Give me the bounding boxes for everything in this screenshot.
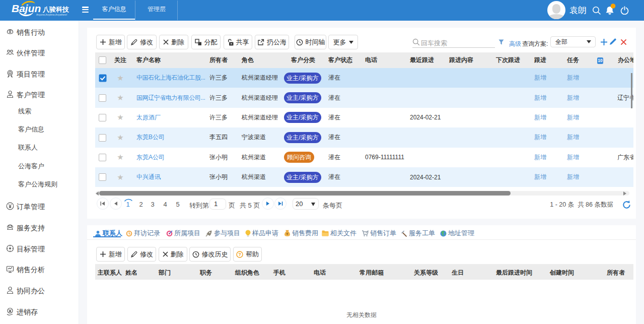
svg-text:?: ? <box>238 252 241 257</box>
svg-text:八骏科技: 八骏科技 <box>42 6 69 13</box>
svg-text:Anyone,Anytime,Anywhere!: Anyone,Anytime,Anywhere! <box>36 13 67 16</box>
